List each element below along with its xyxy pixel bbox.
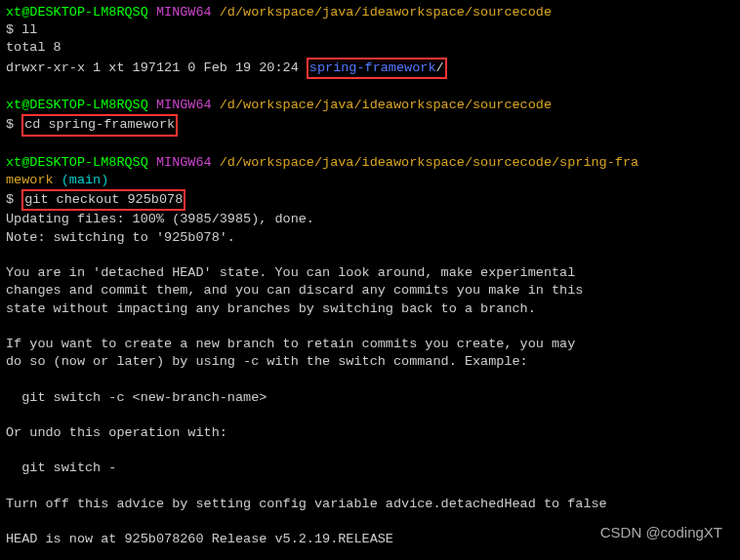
blank-line: [6, 549, 734, 560]
prompt-line-3a: xt@DESKTOP-LM8RQSQ MINGW64 /d/workspace/…: [6, 154, 734, 172]
dir-perms: drwxr-xr-x 1 xt 197121 0 Feb 19 20:24: [6, 60, 307, 75]
highlight-cd-cmd: cd spring-framework: [21, 114, 178, 136]
prompt-path: /d/workspace/java/ideaworkspace/sourceco…: [212, 98, 552, 112]
blank-line: [6, 442, 734, 460]
output-switch-dash: git switch -: [6, 460, 734, 477]
blank-line: [6, 247, 734, 264]
blank-line: [6, 478, 734, 496]
prompt-line-2: xt@DESKTOP-LM8RQSQ MINGW64 /d/workspace/…: [6, 97, 734, 114]
prompt-line-1: xt@DESKTOP-LM8RQSQ MINGW64 /d/workspace/…: [6, 4, 734, 21]
prompt-branch: (main): [54, 173, 109, 187]
prompt-mingw: MINGW64: [148, 155, 212, 170]
prompt-path: /d/workspace/java/ideaworkspace/sourceco…: [212, 155, 638, 170]
blank-line: [6, 371, 734, 388]
blank-line: [6, 137, 734, 154]
output-updating: Updating files: 100% (3985/3985), done.: [6, 211, 734, 228]
output-note: Note: switching to '925b078'.: [6, 229, 734, 247]
output-switch-example: git switch -c <new-branch-name>: [6, 389, 734, 407]
output-undo-label: Or undo this operation with:: [6, 424, 734, 442]
blank-line: [6, 318, 734, 336]
prompt-mingw: MINGW64: [148, 98, 212, 112]
blank-line: [6, 407, 734, 424]
output-detached-1: You are in 'detached HEAD' state. You ca…: [6, 264, 734, 282]
highlight-spring-dir: spring-framework/: [307, 58, 447, 79]
command-git-checkout[interactable]: $ git checkout 925b078: [6, 189, 734, 211]
output-total: total 8: [6, 39, 734, 57]
prompt-mingw: MINGW64: [148, 5, 212, 20]
watermark: CSDN @codingXT: [600, 523, 722, 542]
output-detached-2: changes and commit them, and you can dis…: [6, 282, 734, 300]
output-advice: Turn off this advice by setting config v…: [6, 496, 734, 513]
command-ll[interactable]: $ ll: [6, 21, 734, 39]
prompt-path-wrap: mework: [6, 173, 54, 187]
prompt-dollar: $: [6, 192, 21, 207]
command-cd[interactable]: $ cd spring-framework: [6, 114, 734, 136]
prompt-path: /d/workspace/java/ideaworkspace/sourceco…: [212, 5, 552, 20]
highlight-checkout-cmd: git checkout 925b078: [21, 189, 185, 211]
blank-line: [6, 79, 734, 97]
output-newbranch-1: If you want to create a new branch to re…: [6, 336, 734, 353]
prompt-dollar: $: [6, 117, 21, 132]
prompt-user: xt@DESKTOP-LM8RQSQ: [6, 5, 148, 20]
dir-name: spring-framework: [309, 60, 436, 75]
prompt-line-3b: mework (main): [6, 172, 734, 189]
dir-slash: /: [435, 60, 443, 75]
output-detached-3: state without impacting any branches by …: [6, 300, 734, 318]
output-newbranch-2: do so (now or later) by using -c with th…: [6, 353, 734, 371]
output-dir-listing: drwxr-xr-x 1 xt 197121 0 Feb 19 20:24 sp…: [6, 58, 734, 79]
prompt-user: xt@DESKTOP-LM8RQSQ: [6, 155, 148, 170]
prompt-user: xt@DESKTOP-LM8RQSQ: [6, 98, 148, 112]
